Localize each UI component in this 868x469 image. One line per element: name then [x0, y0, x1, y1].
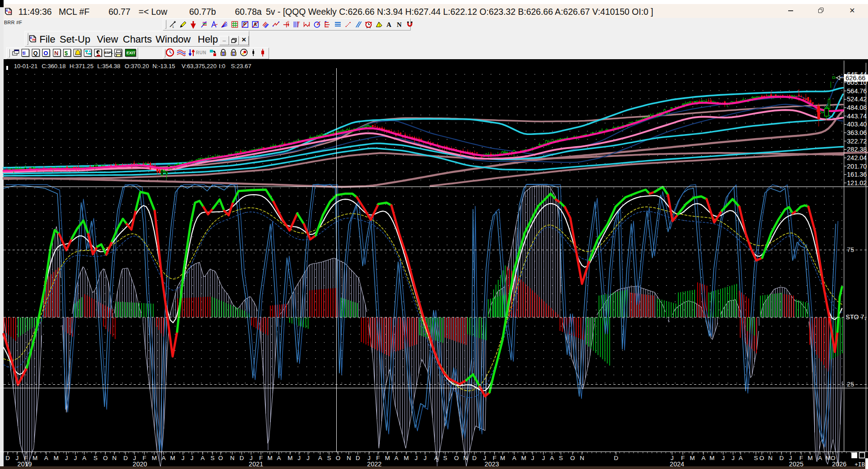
svg-text:J: J: [298, 455, 301, 461]
svg-text:L:354.38: L:354.38: [97, 63, 120, 69]
svg-text:A: A: [434, 455, 438, 461]
svg-text:S: S: [93, 455, 97, 461]
svg-text:S: S: [443, 455, 447, 461]
svg-text:D: D: [472, 455, 477, 461]
svg-text:484.08: 484.08: [847, 104, 867, 111]
svg-text:S: S: [327, 455, 331, 461]
svg-text:V:63,375,220: V:63,375,220: [182, 63, 217, 69]
svg-text:M: M: [709, 455, 714, 461]
svg-text:A: A: [200, 455, 204, 461]
svg-text:A: A: [512, 455, 516, 461]
svg-text:524.42: 524.42: [847, 96, 867, 103]
svg-text:363.06: 363.06: [847, 129, 867, 136]
svg-text:S: S: [210, 455, 214, 461]
svg-text:M: M: [170, 455, 175, 461]
svg-text:M: M: [287, 455, 292, 461]
svg-text:A: A: [161, 455, 165, 461]
svg-text:D: D: [123, 455, 128, 461]
svg-text:J: J: [424, 455, 427, 461]
svg-text:J: J: [732, 455, 735, 461]
svg-text:M: M: [267, 455, 272, 461]
svg-text:O: O: [570, 455, 575, 461]
svg-text:201.70: 201.70: [847, 163, 867, 170]
svg-text:O:370.20: O:370.20: [125, 63, 149, 69]
svg-text:M: M: [521, 455, 526, 461]
svg-text:O: O: [336, 455, 341, 461]
svg-text:N: N: [112, 455, 117, 461]
svg-text:S:23.67: S:23.67: [231, 63, 251, 69]
svg-text:A: A: [277, 455, 281, 461]
svg-text:626.66: 626.66: [846, 74, 865, 82]
svg-text:STO 7,: STO 7,: [846, 313, 866, 321]
svg-text:S: S: [754, 455, 758, 461]
svg-text:322.72: 322.72: [847, 138, 867, 145]
svg-text:M: M: [690, 455, 694, 461]
svg-text:A: A: [550, 455, 554, 461]
svg-text:N:-13.15: N:-13.15: [152, 63, 175, 69]
svg-text:M: M: [404, 455, 408, 461]
svg-text:I:0: I:0: [219, 63, 226, 69]
svg-text:N: N: [768, 455, 773, 461]
svg-text:10-01-21: 10-01-21: [14, 63, 38, 69]
svg-text:161.36: 161.36: [847, 171, 867, 178]
svg-text:J: J: [722, 455, 725, 461]
svg-text:J: J: [415, 455, 418, 461]
svg-text:D: D: [239, 455, 244, 461]
svg-text:O: O: [454, 455, 459, 461]
svg-text:25: 25: [847, 381, 854, 388]
svg-text:N: N: [463, 455, 468, 461]
svg-text:M: M: [500, 455, 505, 461]
svg-text:J: J: [182, 455, 185, 461]
svg-text:O: O: [760, 455, 764, 461]
svg-text:M: M: [152, 455, 156, 461]
svg-text:N: N: [580, 455, 584, 461]
svg-text:121.02: 121.02: [847, 179, 867, 187]
svg-text:N: N: [347, 455, 351, 461]
svg-text:J: J: [307, 455, 310, 461]
svg-text:443.74: 443.74: [847, 113, 867, 120]
svg-text:D: D: [779, 455, 784, 461]
svg-text:D: D: [5, 455, 10, 461]
svg-text:A: A: [82, 455, 86, 461]
svg-text:D: D: [614, 455, 618, 461]
svg-text:A: A: [818, 455, 822, 461]
svg-text:75: 75: [847, 246, 854, 253]
svg-text:J: J: [191, 455, 194, 461]
svg-text:A: A: [318, 455, 322, 461]
svg-text:H:371.25: H:371.25: [69, 63, 94, 69]
svg-text:282.38: 282.38: [847, 146, 867, 153]
svg-text:M: M: [807, 455, 812, 461]
svg-text:O: O: [103, 455, 108, 461]
svg-text:M: M: [825, 455, 830, 461]
svg-text:A: A: [44, 455, 48, 461]
svg-text:M: M: [32, 455, 37, 461]
svg-text:M: M: [385, 455, 390, 461]
svg-text:403.40: 403.40: [847, 121, 867, 128]
svg-text:C:360.18: C:360.18: [42, 63, 66, 69]
svg-text:N: N: [230, 455, 234, 461]
svg-text:564.76: 564.76: [847, 87, 867, 95]
svg-text:O: O: [218, 455, 223, 461]
svg-text:D: D: [356, 455, 360, 461]
svg-text:J: J: [531, 455, 534, 461]
svg-text:J: J: [65, 455, 68, 461]
svg-text:242.04: 242.04: [847, 154, 867, 161]
svg-text:A: A: [738, 455, 742, 461]
svg-text:A: A: [394, 455, 398, 461]
svg-text:J: J: [542, 455, 545, 461]
svg-text:J: J: [74, 455, 77, 461]
svg-text:M: M: [53, 455, 58, 461]
svg-text:S: S: [559, 455, 563, 461]
svg-text:A: A: [701, 455, 705, 461]
